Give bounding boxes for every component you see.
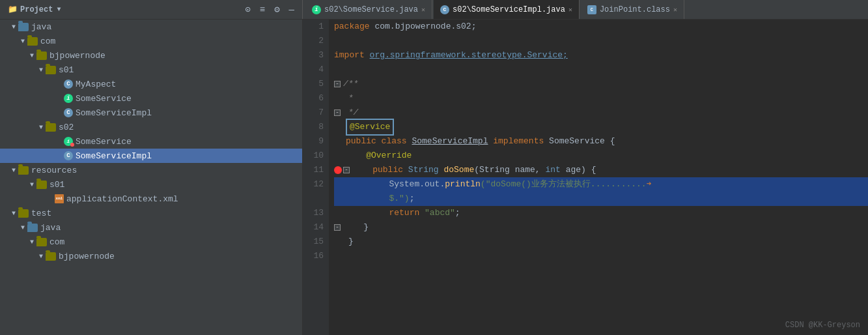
minus-icon[interactable]: —	[287, 3, 297, 16]
fold-end-14[interactable]: -	[334, 224, 341, 231]
tab-icon-i: i	[312, 5, 321, 14]
code-content: package com.bjpowernode.s02; import org.…	[329, 20, 868, 335]
gear-icon[interactable]: ⚙	[272, 3, 282, 16]
tree-item-someserviceimpl-s01[interactable]: C SomeServiceImpl	[0, 106, 302, 120]
folder-icon	[18, 166, 29, 175]
tree-label: SomeService	[76, 137, 132, 147]
fold-button-11[interactable]: -	[343, 167, 350, 173]
code-line-6: *	[334, 91, 868, 106]
tab-label-class: JoinPoint.class	[600, 5, 670, 14]
folder-icon	[36, 181, 47, 189]
arrow-icon: ▼	[9, 23, 18, 31]
line-numbers: 1 2 3 4 5 6 7 8 9 10 11 12 13 14 15 16	[303, 20, 329, 335]
close-icon[interactable]: ✕	[421, 6, 425, 14]
tree-item-com[interactable]: ▼ com	[0, 34, 302, 48]
tree-item-bjpowernode-test[interactable]: ▼ bjpowernode	[0, 249, 302, 263]
xml-icon: xml	[55, 194, 64, 203]
close-icon-active[interactable]: ✕	[568, 6, 572, 14]
fold-end-button[interactable]: -	[334, 109, 341, 116]
panel-toolbar: ⊙ ≡ ⚙ —	[242, 3, 300, 16]
tab-bar: 📁 Project ▼ ⊙ ≡ ⚙ — i s02\SomeService.ja…	[0, 0, 868, 20]
folder-icon	[46, 252, 56, 261]
tree-item-appcontext[interactable]: xml applicationContext.xml	[0, 192, 302, 206]
editor-tabs: i s02\SomeService.java ✕ c s02\SomeServi…	[303, 0, 868, 19]
c-icon: C	[64, 108, 73, 117]
tree-label: s01	[59, 65, 74, 75]
tree-item-java-test[interactable]: ▼ java	[0, 220, 302, 235]
tree-label: applicationContext.xml	[66, 194, 178, 204]
code-line-13: return "abcd";	[334, 206, 868, 220]
tree-label: com	[49, 237, 64, 247]
code-line-15: }	[334, 235, 868, 249]
arrow-icon: ▼	[9, 167, 18, 174]
project-title: 📁 Project ▼	[3, 0, 66, 19]
scope-icon[interactable]: ⊙	[242, 3, 253, 16]
tab-icon-class: C	[587, 5, 596, 14]
tree-label: com	[40, 36, 55, 46]
code-line-14: - }	[334, 220, 868, 235]
code-line-12-cont: $.");	[334, 192, 868, 206]
folder-icon	[36, 238, 47, 246]
chevron-down-icon: ▼	[57, 6, 61, 13]
arrow-icon: ▼	[36, 253, 46, 260]
tree-label: MyAspect	[76, 80, 116, 89]
breakpoint-dot[interactable]	[334, 166, 342, 174]
code-line-16	[334, 249, 868, 263]
arrow-icon: ▼	[36, 124, 46, 131]
code-line-7: - */	[334, 106, 868, 120]
tree-item-someserviceimpl-s02[interactable]: C SomeServiceImpl	[0, 149, 302, 163]
tree-item-s02[interactable]: ▼ s02	[0, 120, 302, 134]
tree-item-myaspect[interactable]: C MyAspect	[0, 77, 302, 91]
i-icon: i	[64, 94, 73, 103]
close-icon-class[interactable]: ✕	[673, 6, 677, 14]
tree-label: bjpowernode	[59, 252, 115, 261]
tree-label: java	[31, 22, 51, 32]
tree-item-someservice-s01[interactable]: i SomeService	[0, 91, 302, 106]
tree-label: s02	[59, 123, 74, 132]
tree-item-com-test[interactable]: ▼ com	[0, 235, 302, 249]
c-icon: C	[64, 80, 73, 89]
i-green-icon: i	[64, 137, 73, 146]
arrow-icon: ▼	[9, 210, 18, 217]
watermark: CSDN @KK-Greyson	[785, 321, 860, 330]
tab-label-active: s02\SomeServiceImpl.java	[453, 5, 565, 14]
settings-icon[interactable]: ≡	[257, 3, 268, 16]
fold-button[interactable]: -	[334, 81, 341, 87]
tree-label: SomeService	[76, 94, 132, 104]
folder-icon	[18, 209, 29, 218]
code-line-12: System.out.println("doSome()业务方法被执行.....…	[334, 177, 868, 192]
folder-icon	[27, 37, 38, 46]
tree-label: java	[40, 223, 61, 233]
tree-item-s01-resources[interactable]: ▼ s01	[0, 177, 302, 192]
folder-icon	[46, 66, 56, 74]
tree-item-someservice-s02[interactable]: i SomeService	[0, 134, 302, 149]
tree-label: test	[31, 209, 51, 218]
tree-item-test[interactable]: ▼ test	[0, 206, 302, 220]
arrow-icon: ▼	[18, 224, 27, 231]
tree-label: bjpowernode	[49, 51, 105, 61]
tree-item-resources[interactable]: ▼ resources	[0, 163, 302, 177]
code-area: 1 2 3 4 5 6 7 8 9 10 11 12 13 14 15 16	[303, 20, 868, 335]
folder-icon	[36, 51, 47, 60]
tab-icon-c: c	[440, 5, 449, 14]
arrow-icon: ▼	[27, 239, 36, 246]
tab-somservice-java[interactable]: i s02\SomeService.java ✕	[305, 0, 432, 19]
project-panel-header: 📁 Project ▼ ⊙ ≡ ⚙ —	[0, 0, 303, 19]
c-icon: C	[64, 151, 73, 160]
tree-label: resources	[31, 166, 77, 175]
tree-item-s01[interactable]: ▼ s01	[0, 63, 302, 77]
main-content: ▼ java ▼ com ▼ bjpowernode ▼ s01 C MyAsp…	[0, 20, 868, 335]
tab-someserviceimpl-java[interactable]: c s02\SomeServiceImpl.java ✕	[434, 0, 580, 19]
tree-item-bjpowernode[interactable]: ▼ bjpowernode	[0, 48, 302, 63]
code-line-3: import org.springframework.stereotype.Se…	[334, 48, 868, 63]
tree-item-java[interactable]: ▼ java	[0, 20, 302, 34]
code-line-4	[334, 63, 868, 77]
code-editor: 1 2 3 4 5 6 7 8 9 10 11 12 13 14 15 16	[303, 20, 868, 335]
arrow-icon: ▼	[27, 181, 36, 188]
code-line-11: - public String doSome(String name, int …	[334, 163, 868, 177]
tree-label: SomeServiceImpl	[76, 151, 152, 161]
folder-icon: 📁	[8, 5, 18, 14]
code-line-10: @Override	[334, 149, 868, 163]
folder-blue-icon	[27, 224, 38, 232]
tab-joinpoint-class[interactable]: C JoinPoint.class ✕	[581, 0, 684, 19]
